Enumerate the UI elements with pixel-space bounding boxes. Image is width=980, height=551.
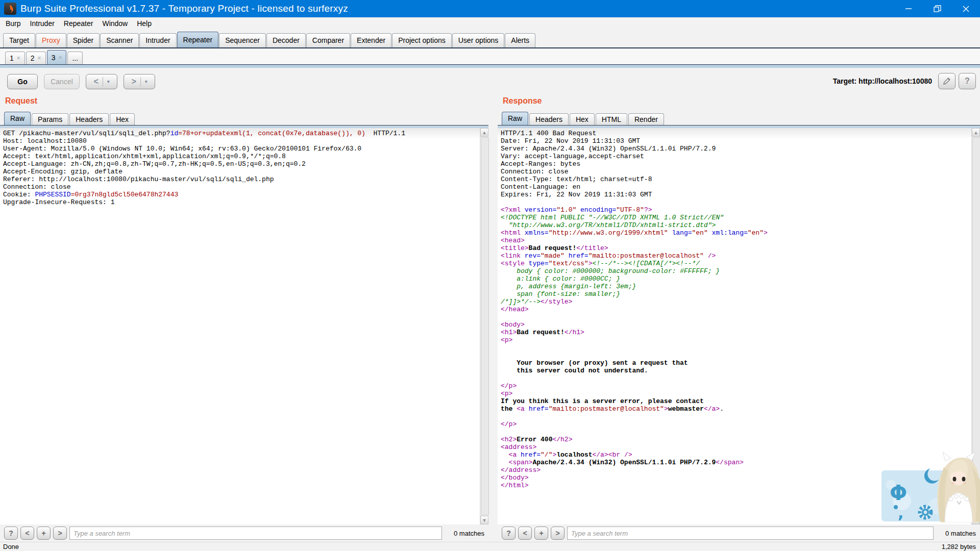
close-tab-icon[interactable]: × — [17, 52, 20, 64]
close-button[interactable] — [951, 0, 980, 17]
menu-item-burp[interactable]: Burp — [1, 18, 26, 29]
response-tab-html[interactable]: HTML — [596, 113, 627, 125]
response-title: Response — [503, 96, 542, 106]
request-tab-params[interactable]: Params — [32, 113, 68, 125]
search-next-icon: > — [58, 529, 62, 537]
minimize-button[interactable] — [894, 0, 923, 17]
search-prev-button[interactable]: < — [518, 527, 532, 540]
request-tab-headers[interactable]: Headers — [69, 113, 109, 125]
repeater-tab-overflow[interactable]: ... — [67, 52, 83, 64]
tab-scanner[interactable]: Scanner — [100, 33, 139, 47]
close-tab-icon[interactable]: × — [58, 52, 62, 64]
cancel-button[interactable]: Cancel — [44, 74, 80, 89]
search-help-icon: ? — [9, 529, 13, 537]
repeater-toolbar: Go Cancel < ▾ > ▾ Target: http://localho… — [0, 68, 980, 93]
search-next-button[interactable]: > — [551, 527, 565, 540]
close-tab-icon[interactable]: × — [38, 52, 41, 64]
search-add-button[interactable]: + — [37, 527, 51, 540]
repeater-tab-3-label: 3 — [52, 52, 56, 64]
chevron-down-icon[interactable]: ▾ — [107, 79, 110, 84]
tab-decoder[interactable]: Decoder — [266, 33, 306, 47]
tab-project-options[interactable]: Project options — [392, 33, 452, 47]
restore-icon — [934, 5, 941, 13]
window-controls — [894, 0, 980, 17]
search-add-button[interactable]: + — [534, 527, 548, 540]
scroll-down-icon[interactable]: ▼ — [480, 516, 488, 524]
tab-sequencer[interactable]: Sequencer — [219, 33, 266, 47]
button-divider — [140, 77, 141, 86]
next-request-button[interactable]: > ▾ — [124, 74, 155, 89]
search-help-icon: ? — [506, 529, 511, 537]
tab-alerts[interactable]: Alerts — [505, 33, 535, 47]
tab-user-options[interactable]: User options — [452, 33, 505, 47]
tab-comparer[interactable]: Comparer — [306, 33, 350, 47]
request-search-input[interactable] — [69, 527, 442, 540]
response-search-bar: ? < + > 0 matches — [498, 524, 980, 542]
response-tab-hex[interactable]: Hex — [570, 113, 595, 125]
svg-text:Φ: Φ — [890, 481, 907, 505]
window-title: Burp Suite Professional v1.7.37 - Tempor… — [20, 3, 348, 14]
response-tab-headers[interactable]: Headers — [529, 113, 569, 125]
request-panel: Request Raw Params Headers Hex GET /pika… — [0, 93, 488, 524]
help-button[interactable]: ? — [959, 73, 976, 89]
anime-sticker: Φ , — [880, 450, 980, 522]
next-arrow-icon: > — [132, 77, 136, 86]
help-icon: ? — [965, 77, 970, 86]
chevron-down-icon[interactable]: ▾ — [145, 79, 148, 84]
tab-extender[interactable]: Extender — [351, 33, 391, 47]
repeater-tab-3[interactable]: 3 × — [47, 50, 67, 64]
tab-spider[interactable]: Spider — [67, 33, 100, 47]
request-match-count: 0 matches — [445, 530, 484, 537]
tab-proxy[interactable]: Proxy — [36, 33, 66, 47]
menu-item-repeater[interactable]: Repeater — [59, 18, 98, 29]
response-tab-raw[interactable]: Raw — [502, 112, 528, 125]
button-divider — [103, 77, 103, 86]
repeater-tab-1[interactable]: 1 × — [5, 52, 25, 64]
menu-item-window[interactable]: Window — [97, 18, 132, 29]
request-search-bar: ? < + > 0 matches — [0, 524, 488, 542]
search-prev-icon: < — [25, 529, 29, 537]
scroll-up-icon[interactable]: ▲ — [972, 128, 980, 137]
restore-button[interactable] — [923, 0, 951, 17]
response-match-count: 0 matches — [936, 530, 976, 537]
scroll-up-icon[interactable]: ▲ — [480, 128, 488, 137]
target-box: Target: http://localhost:10080 ? — [833, 73, 976, 89]
search-next-icon: > — [555, 529, 559, 537]
request-title: Request — [5, 96, 37, 106]
search-prev-icon: < — [523, 529, 527, 537]
main-tab-bar: Target Proxy Spider Scanner Intruder Rep… — [0, 30, 980, 48]
tab-intruder[interactable]: Intruder — [139, 33, 176, 47]
window-titlebar: Burp Suite Professional v1.7.37 - Tempor… — [0, 0, 980, 17]
request-tab-hex[interactable]: Hex — [110, 113, 135, 125]
repeater-tab-2[interactable]: 2 × — [26, 52, 46, 64]
request-editor[interactable]: GET /pikachu-master/vul/sqli/sqli_del.ph… — [0, 128, 480, 524]
tab-target[interactable]: Target — [3, 33, 35, 47]
scrollbar-thumb[interactable] — [481, 137, 489, 515]
request-scrollbar[interactable]: ▲ ▼ — [480, 128, 488, 524]
go-button[interactable]: Go — [7, 74, 38, 89]
minimize-icon — [905, 5, 912, 12]
response-view-tabs: Raw Headers Hex HTML Render — [502, 110, 665, 125]
search-help-button[interactable]: ? — [502, 527, 516, 540]
menu-item-help[interactable]: Help — [132, 18, 156, 29]
close-icon — [962, 5, 970, 13]
search-prev-button[interactable]: < — [20, 527, 34, 540]
target-label: Target: http://localhost:10080 — [833, 77, 932, 85]
response-size: 1,282 bytes — [942, 543, 976, 550]
search-next-button[interactable]: > — [53, 527, 67, 540]
burp-flame-icon — [6, 4, 15, 13]
status-text: Done — [3, 543, 19, 550]
prev-request-button[interactable]: < ▾ — [86, 74, 117, 89]
request-tab-raw[interactable]: Raw — [4, 112, 31, 125]
response-search-input[interactable] — [567, 527, 934, 540]
search-help-button[interactable]: ? — [4, 527, 18, 540]
menu-item-intruder[interactable]: Intruder — [26, 18, 59, 29]
repeater-tab-1-label: 1 — [10, 52, 14, 64]
burp-window: Burp Suite Professional v1.7.37 - Tempor… — [0, 0, 980, 551]
response-tab-render[interactable]: Render — [628, 113, 664, 125]
repeater-tab-bar: 1 × 2 × 3 × ... — [0, 48, 980, 64]
edit-target-button[interactable] — [938, 73, 955, 89]
pencil-icon — [943, 77, 951, 85]
menu-bar: Burp Intruder Repeater Window Help — [0, 17, 980, 30]
tab-repeater[interactable]: Repeater — [177, 32, 219, 47]
